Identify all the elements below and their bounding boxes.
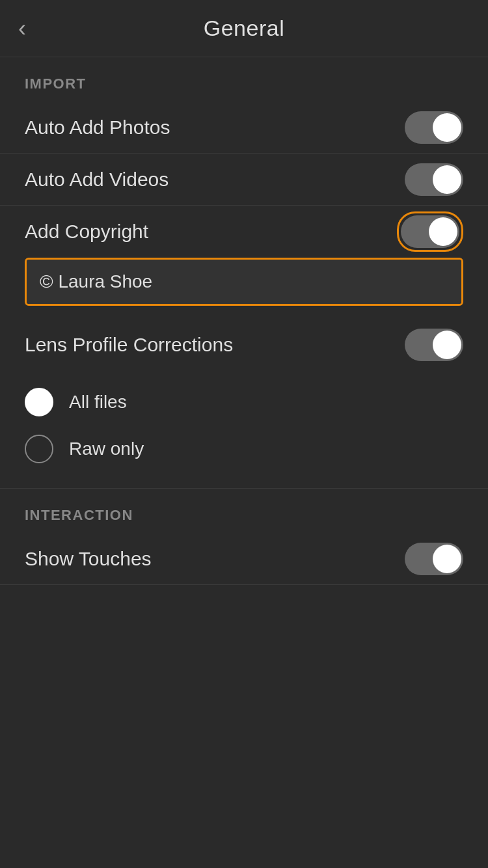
copyright-input-wrapper [25, 258, 463, 306]
add-copyright-toggle-knob [429, 217, 457, 246]
auto-add-videos-toggle[interactable] [405, 163, 463, 196]
raw-only-label: Raw only [69, 439, 144, 459]
raw-only-option[interactable]: Raw only [25, 426, 463, 472]
back-button[interactable]: ‹ [18, 15, 26, 42]
lens-profile-row: Lens Profile Corrections [0, 319, 488, 371]
lens-radio-group: All files Raw only [0, 371, 488, 488]
all-files-radio[interactable] [25, 388, 53, 416]
auto-add-photos-label: Auto Add Photos [25, 116, 170, 139]
add-copyright-toggle[interactable] [401, 215, 459, 248]
header: ‹ General [0, 0, 488, 57]
all-files-option[interactable]: All files [25, 379, 463, 426]
interaction-section: INTERACTION Show Touches [0, 489, 488, 585]
all-files-label: All files [69, 392, 127, 413]
show-touches-row: Show Touches [0, 533, 488, 585]
show-touches-toggle-knob [433, 545, 461, 573]
lens-profile-toggle-knob [433, 331, 461, 359]
raw-only-radio[interactable] [25, 435, 53, 463]
auto-add-photos-row: Auto Add Photos [0, 102, 488, 154]
lens-profile-label: Lens Profile Corrections [25, 334, 233, 356]
import-section-label: IMPORT [0, 57, 488, 102]
lens-profile-toggle[interactable] [405, 329, 463, 361]
auto-add-photos-toggle-knob [433, 113, 461, 142]
add-copyright-toggle-highlight [397, 211, 463, 252]
add-copyright-row: Add Copyright [0, 206, 488, 258]
add-copyright-label: Add Copyright [25, 221, 148, 243]
page-title: General [204, 16, 284, 41]
auto-add-videos-toggle-knob [433, 165, 461, 194]
interaction-section-label: INTERACTION [0, 489, 488, 533]
show-touches-toggle[interactable] [405, 543, 463, 575]
auto-add-photos-toggle[interactable] [405, 111, 463, 144]
auto-add-videos-label: Auto Add Videos [25, 169, 169, 191]
show-touches-label: Show Touches [25, 548, 152, 570]
copyright-input[interactable] [27, 260, 461, 304]
import-section: IMPORT Auto Add Photos Auto Add Videos A… [0, 57, 488, 488]
auto-add-videos-row: Auto Add Videos [0, 154, 488, 206]
